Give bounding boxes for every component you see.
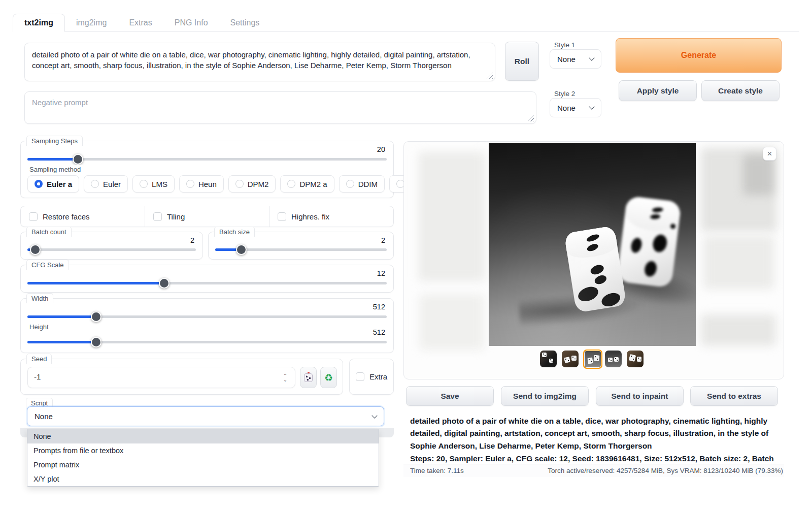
script-select[interactable]: None [27,406,384,426]
radio-heun[interactable]: Heun [179,175,224,193]
tab-extras[interactable]: Extras [118,14,163,31]
sampling-method-radios: Euler a Euler LMS Heun DPM2 DPM2 a DDIM … [27,175,436,193]
stepper-arrows-icon[interactable]: ⌃⌄ [280,371,291,385]
batch-count-group: Batch count 2 [20,232,203,260]
width-value: 512 [373,303,385,311]
apply-style-button[interactable]: Apply style [619,80,697,101]
vram-stats: Torch active/reserved: 4257/5284 MiB, Sy… [548,467,783,474]
cfg-scale-slider[interactable] [27,282,387,284]
highres-fix-checkbox[interactable]: Highres. fix [269,212,393,221]
recycle-icon: ♻ [324,372,333,384]
width-label: Width [26,293,53,303]
checkbox-icon [278,212,286,221]
txt2img-page: txt2img img2img Extras PNG Info Settings… [0,0,812,508]
extra-checkbox[interactable]: Extra [356,372,387,381]
style2-select[interactable]: None [550,98,601,117]
chevron-down-icon [589,55,594,60]
dice-icon [304,373,313,382]
batch-count-label: Batch count [26,227,72,237]
prompt-text: detailed photo of a pair of white die on… [32,50,470,70]
blurred-preview [418,152,485,281]
prompt-textarea[interactable]: detailed photo of a pair of white die on… [24,43,495,81]
send-to-inpaint-button[interactable]: Send to inpaint [596,386,684,406]
radio-dot-icon [186,180,194,188]
script-option-prompt-matrix[interactable]: Prompt matrix [27,458,379,472]
blurred-preview [701,314,776,346]
radio-ddim[interactable]: DDIM [339,175,385,193]
checkbox-icon [356,372,364,381]
radio-dpm2[interactable]: DPM2 [228,175,276,193]
roll-button[interactable]: Roll [505,42,539,81]
tab-txt2img[interactable]: txt2img [13,14,65,32]
batch-size-value: 2 [381,236,385,244]
resize-handle-icon[interactable] [528,115,534,121]
batch-count-slider[interactable] [27,248,196,251]
thumbnail-2[interactable] [562,351,579,367]
script-option-none[interactable]: None [27,429,379,443]
generation-info-prompt: detailed photo of a pair of white die on… [410,415,777,452]
toggles-strip: Restore faces Tiling Highres. fix [20,206,394,227]
thumbnail-1[interactable] [540,351,557,367]
tab-settings[interactable]: Settings [219,14,271,31]
height-slider[interactable] [27,341,387,343]
height-label: Height [26,322,52,332]
seed-value: -1 [34,372,41,381]
negative-prompt-placeholder: Negative prompt [32,98,88,107]
radio-euler-a[interactable]: Euler a [27,175,79,193]
chevron-down-icon [589,104,594,109]
tab-bar: txt2img img2img Extras PNG Info Settings [13,14,799,32]
cfg-scale-value: 12 [377,269,385,277]
die-shadow [518,290,644,328]
cfg-scale-group: CFG Scale 12 [20,265,394,293]
script-option-prompts-from-file[interactable]: Prompts from file or textbox [27,443,379,458]
chevron-down-icon [371,412,377,418]
restore-faces-checkbox[interactable]: Restore faces [21,212,145,221]
save-button[interactable]: Save [406,386,494,406]
radio-euler[interactable]: Euler [84,175,128,193]
generated-image[interactable] [489,143,696,346]
checkbox-icon [153,212,162,221]
generate-button[interactable]: Generate [616,38,782,73]
create-style-button[interactable]: Create style [701,80,780,101]
radio-dot-icon [35,180,43,188]
script-dropdown-list: None Prompts from file or textbox Prompt… [27,429,379,487]
radio-dpm2-a[interactable]: DPM2 a [280,175,334,193]
seed-label: Seed [26,354,52,364]
negative-prompt-textarea[interactable]: Negative prompt [24,91,536,124]
generation-stats-bar: Time taken: 7.11s Torch active/reserved:… [403,464,784,477]
reuse-seed-button[interactable]: ♻ [320,367,337,388]
random-seed-button[interactable] [300,367,317,388]
script-option-xy-plot[interactable]: X/Y plot [27,472,379,486]
tab-img2img[interactable]: img2img [65,14,118,31]
tiling-checkbox[interactable]: Tiling [145,212,269,221]
style2-value: None [557,104,576,112]
height-value: 512 [373,328,385,336]
style1-value: None [557,55,576,64]
size-group: Width 512 Height 512 [20,298,394,353]
thumbnail-5[interactable] [627,351,644,367]
close-icon[interactable]: × [763,147,776,161]
batch-size-group: Batch size 2 [208,232,394,260]
seed-input[interactable]: -1 ⌃⌄ [27,367,295,388]
send-to-extras-button[interactable]: Send to extras [690,386,778,406]
radio-dot-icon [91,180,99,188]
resize-handle-icon[interactable] [487,73,493,79]
send-to-img2img-button[interactable]: Send to img2img [501,386,589,406]
batch-count-value: 2 [190,236,194,244]
gallery-panel: × [403,141,784,379]
width-slider[interactable] [27,315,387,318]
sampling-steps-value: 20 [377,145,385,153]
sampling-steps-slider[interactable] [27,158,387,161]
thumbnail-3-selected[interactable] [583,350,602,369]
radio-lms[interactable]: LMS [132,175,175,193]
radio-dot-icon [140,180,148,188]
style1-select[interactable]: None [550,49,601,69]
tab-png-info[interactable]: PNG Info [163,14,219,31]
batch-size-slider[interactable] [215,248,387,251]
blurred-preview [703,236,774,289]
thumbnail-4[interactable] [605,351,622,367]
time-taken: Time taken: 7.11s [410,467,464,474]
style2-label: Style 2 [551,89,578,99]
blurred-preview [743,154,773,195]
die-left [564,226,626,313]
